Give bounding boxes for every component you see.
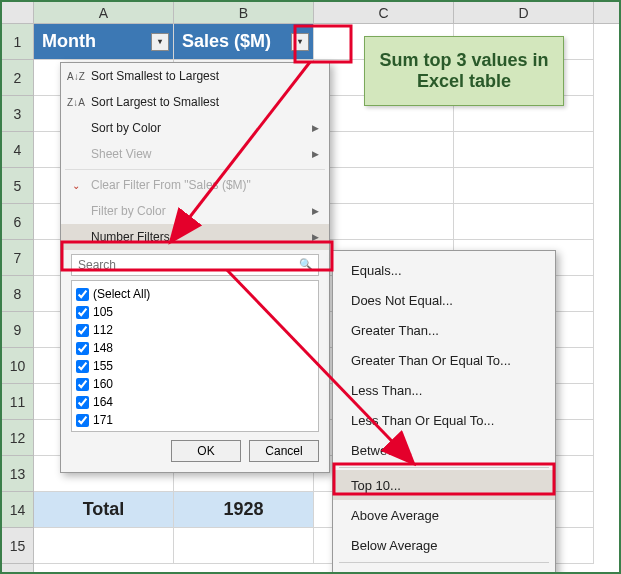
- row-header-4[interactable]: 4: [2, 132, 33, 168]
- chevron-right-icon: ▶: [312, 149, 319, 159]
- row-header-6[interactable]: 6: [2, 204, 33, 240]
- filter-item[interactable]: 171: [76, 411, 314, 429]
- filter-button-month[interactable]: ▾: [151, 33, 169, 51]
- filter-item[interactable]: 105: [76, 303, 314, 321]
- table-header-month[interactable]: Month ▾: [34, 24, 174, 60]
- filter-values-list[interactable]: (Select All) 105 112 148 155 160 164 171…: [71, 280, 319, 432]
- chevron-right-icon: ▶: [312, 232, 319, 242]
- total-label-cell[interactable]: Total: [34, 492, 174, 528]
- annotation-callout: Sum top 3 values in Excel table: [364, 36, 564, 106]
- row-header-1[interactable]: 1: [2, 24, 33, 60]
- row-header-7[interactable]: 7: [2, 240, 33, 276]
- row-header-3[interactable]: 3: [2, 96, 33, 132]
- chevron-right-icon: ▶: [312, 206, 319, 216]
- submenu-does-not-equal[interactable]: Does Not Equal...: [333, 285, 555, 315]
- filter-item[interactable]: 164: [76, 393, 314, 411]
- submenu-less-than-or-equal[interactable]: Less Than Or Equal To...: [333, 405, 555, 435]
- submenu-greater-than[interactable]: Greater Than...: [333, 315, 555, 345]
- row-header-10[interactable]: 10: [2, 348, 33, 384]
- row-headers: 1 2 3 4 5 6 7 8 9 10 11 12 13 14 15: [2, 24, 34, 572]
- filter-by-color: Filter by Color ▶: [61, 198, 329, 224]
- sheet-view: Sheet View ▶: [61, 141, 329, 167]
- submenu-below-average[interactable]: Below Average: [333, 530, 555, 560]
- ok-button[interactable]: OK: [171, 440, 241, 462]
- cancel-button[interactable]: Cancel: [249, 440, 319, 462]
- row-header-2[interactable]: 2: [2, 60, 33, 96]
- sort-desc-icon: Z↓A: [67, 97, 85, 108]
- submenu-equals[interactable]: Equals...: [333, 255, 555, 285]
- filter-search[interactable]: 🔍: [71, 254, 319, 276]
- row-header-8[interactable]: 8: [2, 276, 33, 312]
- col-header-b[interactable]: B: [174, 2, 314, 23]
- sort-asc-icon: A↓Z: [67, 71, 85, 82]
- number-filters[interactable]: Number Filters ▶: [61, 224, 329, 250]
- filter-item-select-all[interactable]: (Select All): [76, 285, 314, 303]
- filter-search-input[interactable]: [71, 254, 319, 276]
- submenu-between[interactable]: Between...: [333, 435, 555, 465]
- row-header-14[interactable]: 14: [2, 492, 33, 528]
- filter-item[interactable]: 148: [76, 339, 314, 357]
- clear-filter-icon: ⌄: [67, 180, 85, 191]
- select-all-corner[interactable]: [2, 2, 34, 23]
- filter-dropdown-panel: A↓Z Sort Smallest to Largest Z↓A Sort La…: [60, 62, 330, 473]
- sort-by-color[interactable]: Sort by Color ▶: [61, 115, 329, 141]
- submenu-custom-filter[interactable]: Custom Filter...: [333, 565, 555, 574]
- row-header-9[interactable]: 9: [2, 312, 33, 348]
- col-header-a[interactable]: A: [34, 2, 174, 23]
- header-label-sales: Sales ($M): [182, 31, 271, 52]
- clear-filter: ⌄ Clear Filter From "Sales ($M)": [61, 172, 329, 198]
- col-header-d[interactable]: D: [454, 2, 594, 23]
- row-header-11[interactable]: 11: [2, 384, 33, 420]
- submenu-above-average[interactable]: Above Average: [333, 500, 555, 530]
- col-header-c[interactable]: C: [314, 2, 454, 23]
- chevron-right-icon: ▶: [312, 123, 319, 133]
- row-header-5[interactable]: 5: [2, 168, 33, 204]
- table-header-sales[interactable]: Sales ($M) ▾: [174, 24, 314, 60]
- submenu-less-than[interactable]: Less Than...: [333, 375, 555, 405]
- row-header-13[interactable]: 13: [2, 456, 33, 492]
- filter-button-sales[interactable]: ▾: [291, 33, 309, 51]
- filter-item[interactable]: 112: [76, 321, 314, 339]
- row-header-15[interactable]: 15: [2, 528, 33, 564]
- sort-ascending[interactable]: A↓Z Sort Smallest to Largest: [61, 63, 329, 89]
- header-label-month: Month: [42, 31, 96, 52]
- sort-descending[interactable]: Z↓A Sort Largest to Smallest: [61, 89, 329, 115]
- number-filters-submenu: Equals... Does Not Equal... Greater Than…: [332, 250, 556, 574]
- filter-item[interactable]: 155: [76, 357, 314, 375]
- search-icon: 🔍: [299, 258, 313, 271]
- submenu-top-10[interactable]: Top 10...: [333, 470, 555, 500]
- submenu-greater-than-or-equal[interactable]: Greater Than Or Equal To...: [333, 345, 555, 375]
- column-headers: A B C D: [2, 2, 619, 24]
- total-value-cell[interactable]: 1928: [174, 492, 314, 528]
- row-header-12[interactable]: 12: [2, 420, 33, 456]
- filter-item[interactable]: 160: [76, 375, 314, 393]
